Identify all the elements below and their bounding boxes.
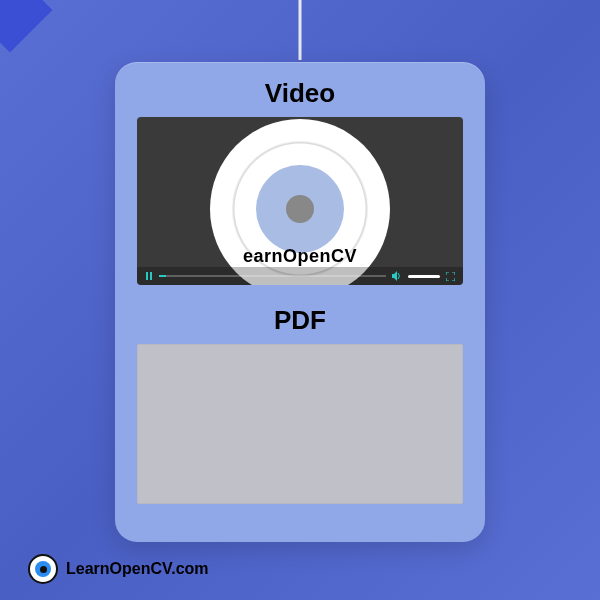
connector-line <box>299 0 302 60</box>
video-player[interactable]: earnOpenCV <box>137 117 463 285</box>
eye-ring <box>215 124 385 285</box>
brand-eye-iris <box>35 561 51 577</box>
video-progress-fill <box>159 275 166 277</box>
brand-eye-icon <box>28 554 58 584</box>
pdf-placeholder[interactable] <box>137 344 463 504</box>
brand-text: LearnOpenCV.com <box>66 560 209 578</box>
accent-corner <box>0 0 52 52</box>
volume-icon[interactable] <box>392 271 402 281</box>
video-progress-track[interactable] <box>159 275 386 277</box>
eye-iris <box>256 165 344 253</box>
svg-rect-0 <box>146 272 148 280</box>
svg-rect-1 <box>150 272 152 280</box>
volume-bar[interactable] <box>408 275 440 278</box>
video-thumbnail-eye <box>210 119 390 285</box>
footer-brand: LearnOpenCV.com <box>28 554 209 584</box>
fullscreen-icon[interactable] <box>446 272 455 281</box>
video-section-title: Video <box>137 78 463 109</box>
video-controls-bar <box>137 267 463 285</box>
pdf-section-title: PDF <box>137 305 463 336</box>
svg-marker-2 <box>392 271 397 281</box>
brand-eye-pupil <box>40 566 47 573</box>
media-card: Video earnOpenCV PDF <box>115 62 485 542</box>
eye-pupil <box>286 195 314 223</box>
pause-icon[interactable] <box>145 272 153 280</box>
